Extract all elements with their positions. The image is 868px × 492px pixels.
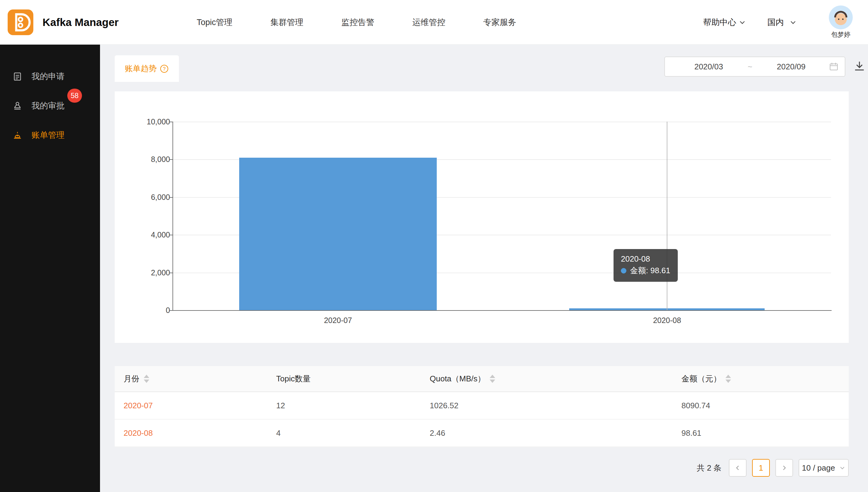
y-axis-labels: 10,0008,0006,0004,0002,0000 (115, 122, 170, 310)
topic-count-cell: 12 (267, 401, 421, 411)
y-axis-tick (169, 122, 173, 122)
next-page-button[interactable] (775, 459, 793, 477)
download-button[interactable] (852, 59, 867, 74)
brand-title: Kafka Manager (43, 16, 119, 28)
y-axis-tick (169, 159, 173, 160)
header-cell-quota[interactable]: Quota（MB/s） (421, 373, 673, 384)
region-label: 国内 (767, 17, 784, 28)
tab-bill-trend[interactable]: 账单趋势 ? (115, 55, 179, 82)
sidebar-item-label: 账单管理 (31, 129, 65, 141)
nav-item-ops-control[interactable]: 运维管控 (412, 17, 445, 28)
chevron-down-icon (738, 19, 746, 26)
sort-icon (144, 375, 149, 383)
user-menu[interactable]: 包梦婷 (829, 5, 853, 39)
crosshair-line (667, 122, 667, 310)
sidebar-item-my-approvals[interactable]: 我的审批 58 (0, 91, 100, 120)
download-icon (853, 59, 866, 73)
y-axis-tick (169, 235, 173, 235)
y-axis-tick (169, 310, 173, 311)
main-content: 账单趋势 ? 2020/03 ~ 2020/09 10,0008,0006,00… (100, 45, 868, 492)
table-row: 2020-08 4 2.46 98.61 (115, 420, 849, 447)
sort-icon (490, 375, 495, 383)
calendar-icon (829, 62, 839, 72)
y-axis-tick-label: 6,000 (151, 193, 170, 202)
y-axis-tick-label: 2,000 (151, 268, 170, 277)
nav-item-cluster-management[interactable]: 集群管理 (271, 17, 303, 28)
column-label: Quota（MB/s） (430, 373, 485, 384)
kafka-manager-logo-icon (8, 9, 33, 35)
amount-cell: 98.61 (673, 428, 849, 438)
chevron-down-icon (839, 465, 845, 471)
table-header-row: 月份 Topic数量 Quota（MB/s） 金额（元） (115, 366, 849, 392)
pagination-total: 共 2 条 (697, 463, 722, 473)
y-axis-line (172, 122, 173, 310)
quota-cell: 2.46 (421, 428, 673, 438)
page-size-value: 10 / page (802, 463, 835, 473)
bill-trend-chart-panel: 10,0008,0006,0004,0002,0000 2020-07 2020… (115, 91, 849, 343)
clipboard-icon (12, 71, 23, 81)
tab-bill-trend-label: 账单趋势 (125, 63, 157, 74)
sidebar-item-label: 我的审批 (31, 100, 65, 111)
sidebar-item-my-applications[interactable]: 我的申请 (0, 62, 100, 91)
header-cell-topic-count: Topic数量 (267, 373, 421, 384)
stamp-icon (12, 101, 23, 111)
column-label: 金额（元） (681, 373, 721, 384)
sidebar-item-label: 我的申请 (31, 71, 65, 82)
table-row: 2020-07 12 1026.52 8090.74 (115, 392, 849, 420)
header-cell-month[interactable]: 月份 (115, 373, 267, 384)
date-range-start: 2020/03 (671, 62, 746, 72)
y-axis-tick-label: 4,000 (151, 230, 170, 239)
month-link[interactable]: 2020-07 (123, 401, 153, 410)
quota-cell: 1026.52 (421, 401, 673, 411)
top-nav: Topic管理 集群管理 监控告警 运维管控 专家服务 (197, 17, 516, 28)
x-axis-line (172, 310, 831, 311)
y-axis-tick-label: 10,000 (147, 117, 170, 126)
user-name: 包梦婷 (831, 30, 850, 39)
nav-item-topic-management[interactable]: Topic管理 (197, 17, 232, 28)
gridline (173, 122, 831, 122)
chevron-right-icon (781, 465, 788, 471)
column-label: Topic数量 (276, 373, 311, 384)
bar-2020-07[interactable] (239, 158, 437, 310)
topic-count-cell: 4 (267, 428, 421, 438)
amount-cell: 8090.74 (673, 401, 849, 411)
chevron-left-icon (734, 465, 741, 471)
header-right: 帮助中心 国内 包梦婷 (703, 5, 868, 39)
series-dot-icon (621, 268, 626, 273)
approval-count-badge: 58 (67, 89, 82, 103)
app-header: Kafka Manager Topic管理 集群管理 监控告警 运维管控 专家服… (0, 0, 868, 45)
y-axis-tick (169, 273, 173, 273)
tooltip-value: 金额: 98.61 (630, 265, 671, 276)
y-axis-tick (169, 197, 173, 198)
chart-tooltip: 2020-08 金额: 98.61 (613, 249, 678, 282)
tooltip-title: 2020-08 (621, 253, 671, 265)
alarm-icon (12, 130, 23, 140)
region-menu[interactable]: 国内 (767, 17, 797, 28)
chart-plot: 2020-07 2020-08 2020-08 金额: 98.61 (173, 122, 831, 310)
chevron-down-icon (790, 19, 797, 26)
month-link[interactable]: 2020-08 (123, 428, 153, 438)
pagination: 共 2 条 1 10 / page (115, 459, 849, 477)
prev-page-button[interactable] (729, 459, 747, 477)
help-center-menu[interactable]: 帮助中心 (703, 17, 746, 28)
avatar[interactable] (829, 5, 853, 29)
svg-text:?: ? (163, 66, 166, 72)
column-label: 月份 (123, 373, 139, 384)
help-center-label: 帮助中心 (703, 17, 736, 28)
page-1-button[interactable]: 1 (752, 459, 770, 477)
date-range-picker[interactable]: 2020/03 ~ 2020/09 (664, 56, 845, 77)
sidebar-item-bill-management[interactable]: 账单管理 (0, 120, 100, 150)
date-range-end: 2020/09 (754, 62, 829, 72)
page-size-select[interactable]: 10 / page (799, 459, 849, 477)
y-axis-tick-label: 8,000 (151, 155, 170, 164)
date-range-separator: ~ (746, 62, 753, 72)
sort-icon (725, 375, 731, 383)
nav-item-monitor-alert[interactable]: 监控告警 (341, 17, 374, 28)
sidebar: 我的申请 我的审批 58 账单管理 (0, 45, 100, 492)
x-axis-tick-label: 2020-08 (653, 316, 681, 325)
header-cell-amount[interactable]: 金额（元） (673, 373, 849, 384)
bill-table: 月份 Topic数量 Quota（MB/s） 金额（元） 2020-07 12 … (115, 366, 849, 447)
x-axis-tick-label: 2020-07 (324, 316, 352, 325)
circle-question-icon[interactable]: ? (160, 64, 169, 73)
nav-item-expert-service[interactable]: 专家服务 (483, 17, 516, 28)
